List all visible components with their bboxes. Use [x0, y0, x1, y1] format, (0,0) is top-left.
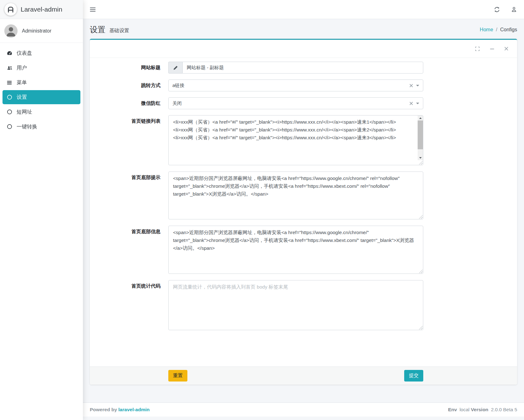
caret-down-icon — [416, 85, 419, 86]
sidebar-item-convert[interactable]: 一键转换 — [3, 120, 80, 134]
scrollbar-track[interactable] — [418, 120, 423, 155]
scrollbar-thumb[interactable] — [418, 120, 423, 149]
expand-icon[interactable] — [475, 46, 480, 51]
breadcrumb-separator: / — [496, 27, 497, 33]
submit-button[interactable]: 提交 — [404, 370, 423, 382]
version-info: Env local Version 2.0.0 Beta 5 — [448, 407, 517, 412]
version-value: 2.0.0 Beta 5 — [491, 407, 517, 412]
gauge-icon — [7, 50, 17, 56]
home-links-textarea[interactable]: <li>xxx网（买省）<a href="#/" target="_blank"… — [168, 115, 423, 165]
avatar — [4, 24, 18, 38]
form-row-stats-code: 首页统计代码 — [90, 280, 517, 330]
form-row-wechat-block: 微信防红 关闭 — [90, 97, 517, 109]
env-value: local — [460, 407, 470, 412]
config-card: 网站标题 跳转方式 a链 — [90, 39, 517, 385]
sidebar-item-label: 用户 — [17, 64, 27, 71]
wechat-block-value: 关闭 — [172, 100, 182, 106]
sidebar-item-dashboard[interactable]: 仪表盘 — [3, 46, 80, 60]
scroll-up-icon[interactable] — [418, 115, 423, 120]
form-row-jump-mode: 跳转方式 a链接 — [90, 79, 517, 91]
textarea-scrollbar[interactable] — [418, 115, 423, 160]
footer-tip-label: 首页底部提示 — [90, 172, 165, 219]
bars-icon — [7, 80, 17, 85]
form-row-site-title: 网站标题 — [90, 62, 517, 74]
brand-text: Laravel-admin — [21, 6, 62, 13]
home-links-label: 首页链接列表 — [90, 115, 165, 165]
person-icon[interactable] — [511, 6, 517, 13]
main-area: 设置 基础设置 Home / Configs — [83, 0, 524, 417]
main-footer: Powered by laravel-admin Env local Versi… — [83, 402, 524, 417]
site-title-input[interactable] — [182, 62, 423, 74]
topbar — [83, 0, 524, 19]
form-row-home-links: 首页链接列表 <li>xxx网（买省）<a href="#/" target="… — [90, 115, 517, 165]
site-title-label: 网站标题 — [90, 62, 165, 74]
sidebar-nav: 仪表盘 用户 菜单 — [0, 43, 83, 137]
scroll-down-icon[interactable] — [418, 155, 423, 160]
sidebar-item-label: 菜单 — [17, 79, 27, 86]
content-header: 设置 基础设置 Home / Configs — [83, 19, 524, 39]
caret-down-icon — [416, 103, 419, 104]
wechat-block-select[interactable]: 关闭 — [168, 97, 423, 109]
laravel-admin-logo — [4, 3, 17, 16]
footer-tip-textarea[interactable]: <span>近期部分国产浏览器屏蔽网址，电脑请安装<a href="https:… — [168, 172, 423, 219]
sidebar-item-label: 设置 — [17, 94, 27, 101]
jump-mode-value: a链接 — [172, 83, 184, 89]
version-label: Version — [471, 407, 488, 412]
sidebar-item-label: 一键转换 — [17, 123, 37, 130]
env-label: Env — [448, 407, 457, 412]
sidebar-item-label: 短网址 — [17, 109, 32, 115]
form-row-footer-info: 首页底部信息 <span>近期部分国产浏览器屏蔽网址，电脑请安装<a href=… — [90, 226, 517, 274]
close-icon[interactable] — [504, 47, 508, 51]
brand-link[interactable]: Laravel-admin — [0, 0, 83, 19]
minimize-icon[interactable] — [490, 47, 494, 51]
config-form: 网站标题 跳转方式 a链 — [90, 58, 517, 366]
card-footer: 重置 提交 — [90, 366, 517, 385]
stats-code-label: 首页统计代码 — [90, 280, 165, 330]
wechat-block-label: 微信防红 — [90, 97, 165, 109]
clear-x-icon[interactable] — [410, 84, 413, 87]
jump-mode-label: 跳转方式 — [90, 79, 165, 91]
sidebar-item-shorturl[interactable]: 短网址 — [3, 105, 80, 119]
stats-code-textarea[interactable] — [168, 280, 423, 330]
users-icon — [7, 65, 17, 71]
clear-x-icon[interactable] — [410, 102, 413, 105]
circle-icon — [7, 109, 17, 115]
sidebar-item-menu[interactable]: 菜单 — [3, 75, 80, 90]
card-header — [90, 40, 517, 58]
sidebar: Laravel-admin Administrator 仪表盘 — [0, 0, 83, 420]
breadcrumb-current: Configs — [500, 27, 517, 33]
circle-icon — [7, 124, 17, 130]
hamburger-icon[interactable] — [90, 7, 96, 12]
breadcrumb-home-link[interactable]: Home — [480, 27, 493, 33]
form-row-footer-tip: 首页底部提示 <span>近期部分国产浏览器屏蔽网址，电脑请安装<a href=… — [90, 172, 517, 219]
circle-icon — [7, 94, 17, 100]
sidebar-item-settings[interactable]: 设置 — [3, 90, 80, 104]
sidebar-item-label: 仪表盘 — [17, 50, 32, 57]
powered-by-text: Powered by — [90, 407, 117, 412]
sidebar-item-users[interactable]: 用户 — [3, 61, 80, 75]
breadcrumb: Home / Configs — [480, 27, 517, 33]
footer-info-label: 首页底部信息 — [90, 226, 165, 274]
footer-info-textarea[interactable]: <span>近期部分国产浏览器屏蔽网址，电脑请安装<a href="https:… — [168, 226, 423, 274]
jump-mode-select[interactable]: a链接 — [168, 79, 423, 91]
sync-icon[interactable] — [494, 6, 500, 13]
reset-button[interactable]: 重置 — [168, 370, 187, 382]
user-name: Administrator — [22, 28, 51, 34]
page-title: 设置 — [90, 25, 105, 34]
user-panel: Administrator — [0, 19, 83, 43]
laravel-admin-link[interactable]: laravel-admin — [118, 407, 150, 412]
page-subtitle: 基础设置 — [109, 28, 129, 33]
pencil-icon — [168, 62, 182, 74]
